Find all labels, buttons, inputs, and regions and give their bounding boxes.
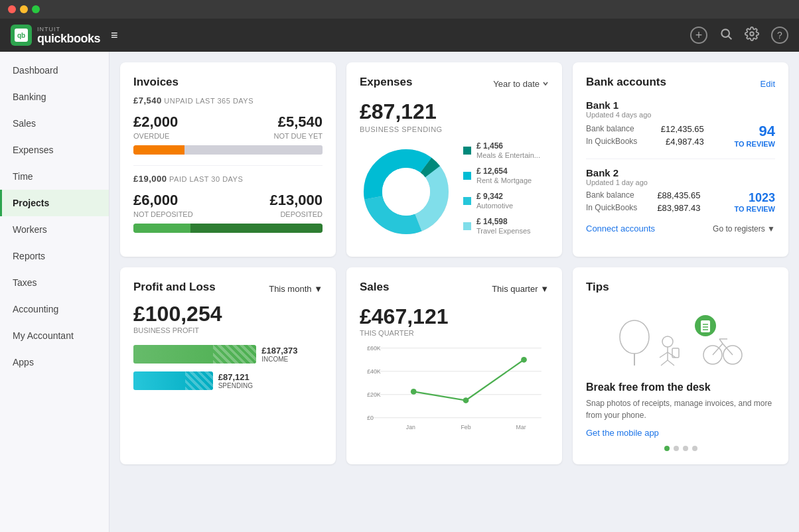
pnl-bars: £187,373 INCOME £87,121 SPENDING [133,345,323,390]
sidebar-item-apps[interactable]: Apps [0,349,109,375]
sidebar-item-reports[interactable]: Reports [0,243,109,269]
sidebar-item-banking[interactable]: Banking [0,84,109,110]
minimize-button[interactable] [20,5,28,13]
content-area: Invoices £7,540 UNPAID LAST 365 DAYS £2,… [109,52,799,532]
invoices-overdue: £2,000 OVERDUE [133,113,178,140]
legend-dot-0 [463,147,471,155]
sidebar-item-sales[interactable]: Sales [0,110,109,137]
bank-edit-link[interactable]: Edit [761,79,775,89]
help-icon[interactable]: ? [771,27,788,44]
svg-point-25 [662,336,673,347]
pnl-header: Profit and Loss This month ▼ [133,281,323,297]
legend-dot-3 [463,222,471,230]
pnl-spending-row: £87,121 SPENDING [133,371,323,390]
connect-accounts-link[interactable]: Connect accounts [586,224,655,233]
bank2-balance-row: Bank balance £88,435.65 [586,190,700,200]
invoices-card: Invoices £7,540 UNPAID LAST 365 DAYS £2,… [120,62,336,257]
expenses-title: Expenses [360,76,412,89]
invoices-paid-section: £19,000 PAID LAST 30 DAYS [133,174,323,184]
tips-dot-2 [683,446,688,451]
sidebar-item-taxes[interactable]: Taxes [0,269,109,296]
pnl-income-label: £187,373 INCOME [261,346,297,363]
sidebar-item-dashboard[interactable]: Dashboard [0,57,109,84]
invoices-not-due: £5,540 NOT DUE YET [273,113,323,140]
dashboard-grid: Invoices £7,540 UNPAID LAST 365 DAYS £2,… [120,62,788,464]
invoices-not-due-amount: £5,540 [273,113,323,131]
bank2-name: Bank 2 [586,167,775,178]
sidebar: Dashboard Banking Sales Expenses Time Pr… [0,52,109,532]
invoices-deposit-bar [133,224,323,233]
bank-accounts-card: Bank accounts Edit Bank 1 Updated 4 days… [573,62,788,257]
svg-line-29 [661,360,668,366]
add-icon[interactable]: + [690,27,707,44]
svg-line-28 [668,352,676,358]
tips-dot-0 [664,446,670,451]
sidebar-item-my-accountant[interactable]: My Accountant [0,322,109,349]
traffic-lights [8,5,40,13]
sales-title: Sales [360,281,389,294]
invoices-not-deposited: £6,000 NOT DEPOSITED [133,192,193,218]
search-icon[interactable] [719,27,733,44]
bank1-entry: Bank 1 Updated 4 days ago Bank balance £… [586,100,775,148]
svg-point-23 [620,320,649,354]
invoices-unpaid-section: £7,540 UNPAID LAST 365 DAYS [133,96,323,105]
close-button[interactable] [8,5,16,13]
tips-card-text: Snap photos of receipts, manage invoices… [586,397,775,421]
tips-dot-3 [692,446,697,451]
pnl-title: Profit and Loss [133,281,216,294]
qb-brand-text: quickbooks [37,33,100,44]
sidebar-item-time[interactable]: Time [0,163,109,190]
bank1-amounts: Bank balance £12,435.65 In QuickBooks £4… [586,124,704,147]
sidebar-item-projects[interactable]: Projects [0,190,109,216]
invoices-paid-amount: £19,000 [133,174,167,184]
svg-text:£0: £0 [367,415,374,421]
svg-line-27 [660,352,668,358]
bank2-row: Bank balance £88,435.65 In QuickBooks £8… [586,190,775,213]
expenses-legend: £ 1,456Meals & Entertain... £ 12,654Rent… [463,141,549,242]
invoices-deposited: £13,000 DEPOSITED [269,192,323,218]
pnl-spending-bar-wrap [133,371,213,390]
invoices-unpaid-label: £7,540 UNPAID LAST 365 DAYS [133,96,323,105]
expenses-header: Expenses Year to date [360,76,549,92]
hamburger-icon[interactable]: ≡ [111,29,118,42]
legend-item-2: £ 9,342Automotive [463,192,549,210]
sales-filter[interactable]: This quarter ▼ [492,284,549,294]
bank2-entry: Bank 2 Updated 1 day ago Bank balance £8… [586,167,775,213]
bank2-review: 1023 TO REVIEW [734,191,775,213]
goto-registers-link[interactable]: Go to registers ▼ [713,224,775,233]
invoices-deposited-label: DEPOSITED [269,210,323,218]
expenses-donut [360,145,453,238]
settings-icon[interactable] [745,27,759,44]
sidebar-item-workers[interactable]: Workers [0,216,109,243]
svg-text:£20K: £20K [367,391,381,398]
tips-illustration [586,297,775,381]
bar-overdue [133,145,184,155]
maximize-button[interactable] [32,5,40,13]
expenses-filter[interactable]: Year to date [493,79,549,89]
bar-not-due [184,145,323,155]
expenses-total: £87,121 [360,100,549,124]
bar-not-deposited [133,224,190,233]
qb-badge: qb [11,25,32,46]
qb-badge-text: qb [17,32,25,39]
invoices-overdue-amount: £2,000 [133,113,178,131]
legend-item-0: £ 1,456Meals & Entertain... [463,141,549,160]
expenses-card: Expenses Year to date £87,121 BUSINESS S… [346,62,562,257]
svg-line-30 [668,360,674,366]
svg-rect-39 [701,320,710,332]
pnl-amount: £100,254 [133,302,323,326]
svg-point-19 [521,357,527,363]
legend-dot-2 [463,197,471,205]
svg-text:Mar: Mar [516,424,526,431]
sidebar-item-expenses[interactable]: Expenses [0,137,109,163]
main-layout: Dashboard Banking Sales Expenses Time Pr… [0,52,799,532]
invoices-overdue-label: OVERDUE [133,132,178,140]
sidebar-item-accounting[interactable]: Accounting [0,296,109,322]
bank1-name: Bank 1 [586,100,775,111]
tips-mobile-link[interactable]: Get the mobile app [586,428,775,438]
pnl-filter[interactable]: This month ▼ [269,284,323,294]
pnl-income-bar-wrap [133,345,256,364]
bank1-row: Bank balance £12,435.65 In QuickBooks £4… [586,123,775,148]
bar-deposited [190,224,323,233]
bank2-review-label: TO REVIEW [734,205,775,213]
